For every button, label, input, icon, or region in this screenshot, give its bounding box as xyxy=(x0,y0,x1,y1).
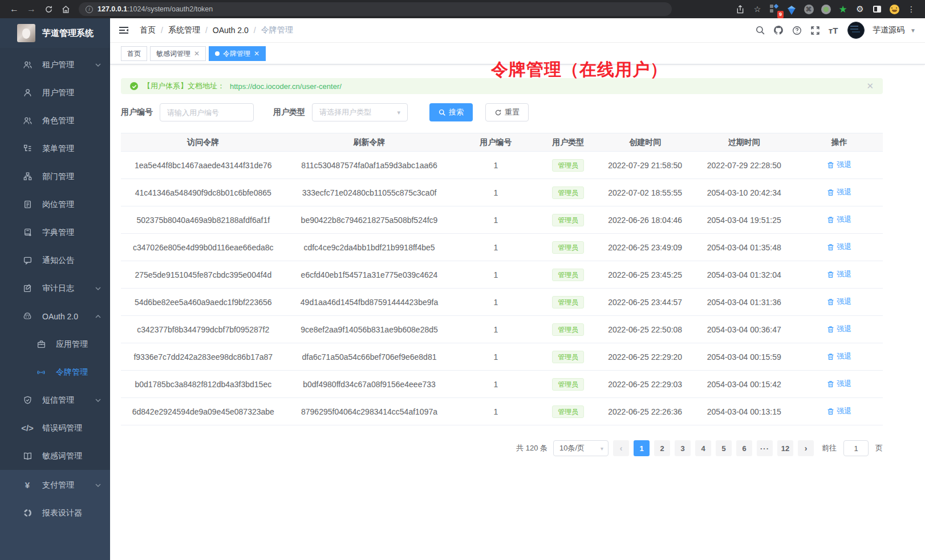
browser-menu-icon[interactable]: ⋮ xyxy=(903,2,919,17)
force-logout-button[interactable]: 强退 xyxy=(827,214,851,225)
page-button-6[interactable]: 6 xyxy=(736,440,752,456)
page-button-4[interactable]: 4 xyxy=(695,440,711,456)
github-icon[interactable] xyxy=(771,23,786,38)
sidebar-item-支付管理[interactable]: ¥支付管理 xyxy=(0,471,110,499)
close-icon[interactable]: ✕ xyxy=(194,50,200,58)
force-logout-button[interactable]: 强退 xyxy=(827,242,851,252)
help-icon[interactable] xyxy=(789,23,804,38)
extension-grid-icon[interactable]: 9 xyxy=(766,2,782,17)
page-size-select[interactable]: 10条/页 ▾ xyxy=(553,440,608,456)
sidebar-item-OAuth 2.0[interactable]: OAuth 2.0 xyxy=(0,302,110,330)
expires-cell: 2054-03-04 00:13:15 xyxy=(692,407,796,416)
sidebar-item-令牌管理[interactable]: 令牌管理 xyxy=(0,358,110,386)
sidebar-item-租户管理[interactable]: 租户管理 xyxy=(0,51,110,79)
sidebar-item-label: 通知公告 xyxy=(42,255,74,266)
access-token-cell: 1ea5e44f8bc1467aaede43144f31de76 xyxy=(121,161,286,170)
tab-首页[interactable]: 首页 xyxy=(121,46,147,61)
extensions-puzzle-icon[interactable]: ⚙ xyxy=(852,2,868,17)
sidebar-item-短信管理[interactable]: 短信管理 xyxy=(0,386,110,414)
table-row: 1ea5e44f8bc1467aaede43144f31de76811c5304… xyxy=(121,152,883,179)
sidebar-item-菜单管理[interactable]: 菜单管理 xyxy=(0,135,110,163)
force-logout-button[interactable]: 强退 xyxy=(827,351,851,362)
emoji-extension-icon[interactable] xyxy=(886,2,902,17)
tab-敏感词管理[interactable]: 敏感词管理✕ xyxy=(150,46,206,61)
app-title: 芋道管理系统 xyxy=(42,28,94,39)
more-pages-button[interactable]: ··· xyxy=(757,440,773,456)
search-form: 用户编号 用户类型 请选择用户类型 ▾ 搜索 xyxy=(121,103,883,121)
search-icon[interactable] xyxy=(753,23,768,38)
breadcrumb-item[interactable]: 系统管理 xyxy=(168,25,200,35)
force-logout-button[interactable]: 强退 xyxy=(827,324,851,334)
sidebar-item-字典管理[interactable]: 字典管理 xyxy=(0,218,110,246)
command-extension-icon[interactable]: ⌘ xyxy=(801,2,817,17)
trash-icon xyxy=(827,271,834,278)
page-button-1[interactable]: 1 xyxy=(634,440,650,456)
gem-extension-icon[interactable] xyxy=(784,2,800,17)
back-icon[interactable]: ← xyxy=(6,2,23,17)
breadcrumb-item[interactable]: OAuth 2.0 xyxy=(213,26,249,35)
sidebar-item-错误码管理[interactable]: </>错误码管理 xyxy=(0,414,110,442)
action-cell: 强退 xyxy=(796,297,883,307)
sidebar-item-用户管理[interactable]: 用户管理 xyxy=(0,79,110,107)
sidebar-item-部门管理[interactable]: 部门管理 xyxy=(0,163,110,190)
user-type-cell: 管理员 xyxy=(538,159,598,172)
chevron-up-icon xyxy=(95,315,101,318)
share-icon[interactable] xyxy=(732,2,748,17)
next-page-button[interactable]: › xyxy=(798,440,814,456)
prev-page-button[interactable]: ‹ xyxy=(613,440,629,456)
sidebar-item-岗位管理[interactable]: 岗位管理 xyxy=(0,190,110,218)
close-icon[interactable]: ✕ xyxy=(866,81,874,91)
search-button[interactable]: 搜索 xyxy=(429,103,473,121)
sidebar-item-报表设计器[interactable]: 报表设计器 xyxy=(0,499,110,527)
force-logout-button[interactable]: 强退 xyxy=(827,187,851,197)
goto-label: 前往 xyxy=(822,443,837,453)
fullscreen-icon[interactable] xyxy=(808,23,822,38)
refresh-token-cell: 9ce8ef2aa9f14056b831ae9b608e28d5 xyxy=(286,325,453,334)
sidebar-menu-bottom: ¥支付管理报表设计器 xyxy=(0,470,110,560)
force-logout-button[interactable]: 强退 xyxy=(827,297,851,307)
page-button-12[interactable]: 12 xyxy=(777,440,793,456)
force-logout-button[interactable]: 强退 xyxy=(827,160,851,170)
sidebar-item-审计日志[interactable]: 审计日志 xyxy=(0,274,110,302)
bookmark-star-icon[interactable]: ☆ xyxy=(749,2,765,17)
user-type-badge: 管理员 xyxy=(552,214,584,226)
reset-button[interactable]: 重置 xyxy=(485,103,529,121)
force-logout-button[interactable]: 强退 xyxy=(827,406,851,416)
font-size-icon[interactable]: тT xyxy=(826,23,841,38)
collapse-sidebar-icon[interactable] xyxy=(118,24,131,36)
force-logout-button[interactable]: 强退 xyxy=(827,269,851,279)
user-type-select[interactable]: 请选择用户类型 ▾ xyxy=(312,103,408,121)
breadcrumb-item[interactable]: 首页 xyxy=(140,25,156,35)
sidebar-item-应用管理[interactable]: 应用管理 xyxy=(0,330,110,358)
forward-icon[interactable]: → xyxy=(23,2,40,17)
force-logout-button[interactable]: 强退 xyxy=(827,379,851,389)
home-icon[interactable] xyxy=(57,2,74,17)
trash-icon xyxy=(827,244,834,251)
tab-令牌管理[interactable]: 令牌管理✕ xyxy=(209,46,266,61)
username[interactable]: 芋道源码 xyxy=(873,25,904,35)
access-token-cell: 275e5de9151045fe87cbdc395e004f4d xyxy=(121,270,286,279)
chevron-down-icon[interactable]: ▼ xyxy=(910,27,916,34)
sidebar-item-角色管理[interactable]: 角色管理 xyxy=(0,107,110,135)
breadcrumb-separator: / xyxy=(205,26,208,35)
user-id-input[interactable] xyxy=(160,103,254,121)
access-token-cell: 6d842e2924594de9a09e45e087323abe xyxy=(121,407,286,416)
address-bar[interactable]: i 127.0.0.1:1024/system/oauth2/token xyxy=(79,2,672,16)
record-extension-icon[interactable] xyxy=(818,2,834,17)
column-header: 用户编号 xyxy=(453,137,538,148)
side-panel-icon[interactable] xyxy=(869,2,885,17)
star-extension-icon[interactable]: ★ xyxy=(835,2,851,17)
page-button-3[interactable]: 3 xyxy=(675,440,691,456)
page-button-2[interactable]: 2 xyxy=(654,440,670,456)
users-icon xyxy=(23,60,32,70)
page-button-5[interactable]: 5 xyxy=(716,440,732,456)
sidebar-item-通知公告[interactable]: 通知公告 xyxy=(0,246,110,274)
doc-link[interactable]: https://doc.iocoder.cn/user-center/ xyxy=(230,82,342,91)
app-logo[interactable]: 芋道管理系统 xyxy=(0,18,110,48)
reload-icon[interactable] xyxy=(40,2,57,17)
user-avatar[interactable] xyxy=(847,22,865,39)
close-icon[interactable]: ✕ xyxy=(254,50,259,58)
site-info-icon[interactable]: i xyxy=(86,6,93,13)
goto-page-input[interactable] xyxy=(843,440,869,456)
sidebar-item-敏感词管理[interactable]: 敏感词管理 xyxy=(0,442,110,470)
